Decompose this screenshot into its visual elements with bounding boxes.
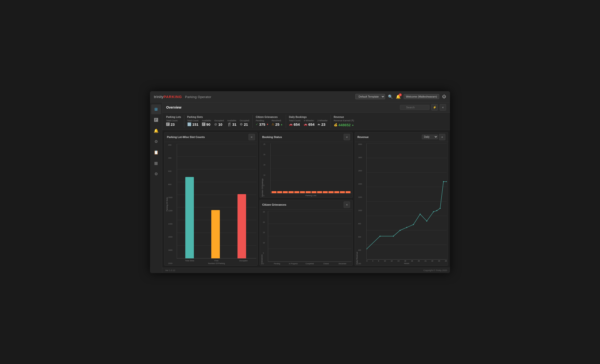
sidebar-item-config[interactable]: ⚙ — [151, 169, 161, 179]
search-icon[interactable]: 🔍 — [388, 94, 393, 99]
slots-avail2-label: Available: — [227, 119, 237, 122]
slots-occ-icon: ⊘ — [214, 122, 217, 126]
svg-point-7 — [426, 220, 427, 221]
sidebar-item-alerts[interactable]: 🔔 — [151, 126, 161, 136]
parking-slots-title: Parking Slots — [187, 116, 250, 118]
booking-bar-10 — [328, 191, 333, 193]
grievances-chart-header: Citizen Grievances « — [260, 200, 353, 210]
revenue-line — [367, 143, 447, 259]
booking-status-chart: Booking Status « Number Of Bookings 0 5 … — [260, 132, 353, 198]
grievances-pending-value: 375 — [259, 122, 265, 126]
parking-lots-value: 23 — [171, 122, 175, 126]
power-icon[interactable]: ⏻ — [442, 94, 446, 99]
parking-lots-chart-header: Parking Lot-Wise Slot Counts « — [164, 132, 257, 142]
slots-avail2-icon: 🍴 — [227, 122, 231, 126]
revenue-y-nums: 200 400 600 800 1000 1200 1400 1600 1800… — [358, 143, 366, 264]
parking-lots-subtitle: Total Count: — [166, 119, 181, 122]
booking-bar-2 — [283, 191, 288, 193]
alerts-icon: 🔔 — [154, 128, 159, 133]
resolved-arrow: ▲ — [280, 123, 283, 126]
parking-icon: 🅿 — [154, 118, 158, 122]
svg-point-4 — [406, 227, 407, 228]
slots-avail-value: 90 — [206, 122, 211, 126]
svg-point-3 — [400, 230, 401, 231]
x-label-discarded: Discarded — [335, 263, 350, 264]
svg-point-11 — [443, 181, 444, 182]
sidebar-item-settings[interactable]: ⚙ — [151, 137, 161, 147]
check-icon: ✓ — [256, 123, 258, 126]
stat-bookings: Daily Bookings Total Count: 🚗 654 4-Whee… — [286, 115, 331, 128]
booking-bar-5 — [300, 191, 305, 193]
grievances-chart-body: Grievances 0 5 10 15 20 25 — [260, 210, 353, 265]
booking-chart-collapse[interactable]: « — [344, 134, 350, 140]
stat-parking-lots: Parking Lots Total Count: 🅿 23 — [165, 115, 184, 128]
parking-lots-chart-title: Parking Lot-Wise Slot Counts — [167, 136, 205, 138]
svg-point-5 — [413, 224, 414, 225]
template-select[interactable]: Default Template — [355, 94, 385, 99]
grievances-chart: Citizen Grievances « Grievances 0 5 10 — [260, 200, 353, 266]
svg-point-8 — [433, 211, 434, 212]
search-input[interactable] — [400, 105, 429, 110]
revenue-icon: 💰 — [334, 123, 338, 126]
booking-status-title: Booking Status — [262, 136, 282, 138]
topbar: trinityPARKING Parking Operator Default … — [150, 91, 450, 102]
footer-version: Ver 1.0.12 — [165, 269, 175, 272]
revenue-arrow: ▲ — [352, 124, 354, 126]
slots-avail-icon: 🅿 — [202, 122, 205, 126]
booking-bar-7 — [312, 191, 316, 193]
sidebar-item-grid[interactable]: ▦ — [151, 158, 161, 168]
x-label-completed: Completed — [302, 263, 317, 264]
slots-total-label: Total Count: — [187, 119, 199, 122]
grievances-title: Citizen Grievances — [256, 116, 283, 118]
svg-point-2 — [393, 236, 394, 237]
svg-point-1 — [380, 236, 381, 237]
logo-parking: PARKING — [163, 95, 182, 99]
revenue-collapse[interactable]: « — [439, 134, 445, 140]
bookings-icon: 🚗 — [289, 123, 293, 126]
filter-icon: ⚡ — [433, 106, 437, 109]
slots-occ-value: 10 — [218, 122, 222, 126]
grievances-y-label: Grievances — [261, 211, 263, 264]
stat-parking-slots: Parking Slots Total Count: 🔢 151 Availab… — [184, 115, 253, 128]
content-header: Overview 🔍 ⚡ « — [162, 102, 450, 113]
filter-button[interactable]: ⚡ — [431, 104, 438, 111]
grievances-pending-label: Pending: — [256, 119, 269, 122]
bookings-total-label: Total Count: — [289, 119, 301, 122]
topbar-right: Default Template 🔍 🔔 1 Welcome (Malleshw… — [355, 94, 446, 99]
slots-occ2-label: Occupied: — [240, 119, 250, 122]
x-label-inprogress: In Progress — [286, 263, 300, 264]
sidebar-item-dashboard[interactable]: ⊞ — [151, 104, 161, 114]
slots-total-icon: 🔢 — [187, 122, 191, 126]
x-label-closed: Closed — [319, 263, 333, 264]
booking-y-axis-label: Number Of Bookings — [261, 143, 263, 197]
booking-bar-0 — [272, 191, 276, 193]
y-axis-numbers: 2000 1800 1600 1400 1200 1000 800 600 40… — [168, 144, 177, 264]
parking-lots-chart: Parking Lot-Wise Slot Counts « Parking O… — [164, 132, 258, 266]
revenue-period-select[interactable]: Daily Weekly Monthly — [422, 135, 438, 139]
search-wrap: 🔍 — [400, 105, 429, 110]
config-icon: ⚙ — [154, 172, 158, 176]
bell-icon[interactable]: 🔔 1 — [396, 94, 401, 99]
booking-status-body: Number Of Bookings 0 5 10 15 20 25 — [260, 142, 353, 198]
parking-lots-chart-body: Parking Of Slots 2000 1800 1600 1400 120… — [164, 142, 257, 265]
sidebar-item-reports[interactable]: 📋 — [151, 148, 161, 157]
grievances-collapse[interactable]: « — [344, 201, 350, 208]
grievances-resolved-value: 25 — [275, 122, 279, 126]
logo-trinity: trinity — [154, 95, 163, 99]
revenue-value: 448652 — [338, 123, 351, 127]
two-wheeler-icon: 🏍 — [317, 123, 320, 126]
slots-occ-label: Occupied: — [214, 119, 224, 122]
grievances-y-nums: 0 5 10 15 20 25 — [263, 211, 268, 264]
slots-occ2-value: 21 — [244, 122, 248, 126]
revenue-x-labels: 04810121416182021222324 — [366, 260, 447, 262]
collapse-button[interactable]: « — [440, 104, 446, 111]
revenue-chart-body: Daily Revenue 200 400 600 800 1000 1200 … — [355, 142, 448, 265]
parking-chart-collapse[interactable]: « — [249, 134, 255, 140]
booking-bar-12 — [340, 191, 345, 193]
page-title: Overview — [166, 105, 181, 109]
sidebar-item-parking[interactable]: 🅿 — [151, 115, 161, 125]
parking-lots-icon: 🅿 — [166, 122, 170, 126]
y-axis-label: Parking Of Slots — [165, 144, 168, 264]
revenue-x-axis-label: Hours — [366, 262, 447, 264]
welcome-button[interactable]: Welcome (Malleshwaram) — [404, 94, 439, 99]
